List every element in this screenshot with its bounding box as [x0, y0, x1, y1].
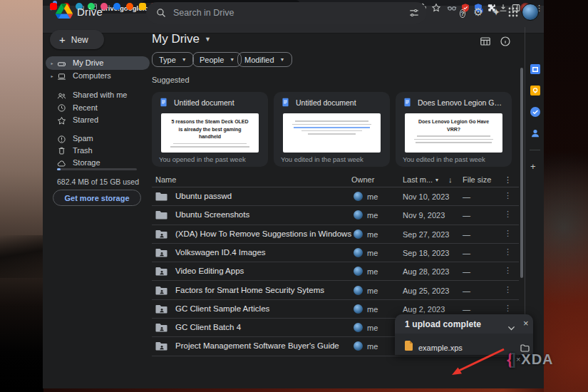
chevron-down-icon: ▼ — [205, 36, 211, 43]
file-row[interactable]: (XDA) How To Remove Suggestions in Windo… — [152, 225, 519, 244]
row-menu-icon[interactable]: ⋮ — [504, 304, 512, 313]
desktop-wallpaper-left — [0, 0, 43, 392]
sidebar-item-label: Computers — [73, 71, 111, 80]
sidebar-item-label: Recent — [73, 103, 98, 112]
sidebar-item-label: Spam — [73, 134, 93, 143]
uploaded-filename[interactable]: example.xps — [418, 344, 463, 352]
owner-avatar — [354, 210, 363, 220]
row-menu-icon[interactable]: ⋮ — [504, 247, 512, 257]
thumbnail-headline: Does Lenovo Legion Go Have VRR? — [413, 118, 494, 133]
bookmark-reddit-icon[interactable] — [126, 3, 133, 10]
sidebar-item-computers[interactable]: ▸Computers — [46, 69, 150, 83]
search-input[interactable] — [173, 8, 387, 18]
owner-name: me — [367, 342, 378, 351]
file-name: Ubuntu passwd — [175, 192, 232, 200]
sidebar-item-shared-with-me[interactable]: Shared with me — [46, 88, 150, 102]
expand-arrow-icon[interactable]: ▸ — [48, 73, 56, 78]
row-menu-icon[interactable]: ⋮ — [504, 210, 512, 219]
reading-mode-icon[interactable] — [447, 3, 457, 13]
search-bar[interactable] — [146, 2, 427, 24]
expand-arrow-icon[interactable]: ▸ — [48, 61, 56, 66]
filter-chip-type[interactable]: Type▼ — [152, 52, 194, 67]
sort-caret-icon[interactable]: ▾ — [435, 177, 438, 183]
get-addons-icon[interactable]: + — [530, 161, 536, 172]
filter-chip-people[interactable]: People▼ — [192, 52, 242, 67]
file-name: Factors for Smart Home Security Sytems — [175, 286, 324, 294]
clock-icon — [57, 103, 66, 112]
get-more-storage-button[interactable]: Get more storage — [53, 190, 141, 206]
file-size: — — [463, 192, 470, 201]
gemini-sparkle-icon[interactable]: ✦ — [490, 6, 502, 19]
suggested-card[interactable]: Untitled documentYou edited in the past … — [274, 92, 390, 167]
header-menu-icon[interactable]: ⋮ — [504, 175, 512, 185]
file-row[interactable]: Video Editing AppsmeAug 28, 2023—⋮ — [152, 262, 519, 281]
owner-avatar — [354, 248, 363, 257]
bookmark-chart-icon[interactable] — [139, 3, 146, 10]
col-owner[interactable]: Owner — [351, 175, 374, 184]
keep-icon[interactable] — [530, 86, 540, 96]
owner-name: me — [367, 211, 378, 220]
owner-name: me — [367, 230, 378, 239]
col-modified[interactable]: Last m... — [403, 175, 433, 184]
file-size: — — [463, 287, 470, 295]
thumbnail-headline: 5 reasons the Steam Deck OLED is already… — [170, 118, 250, 141]
grid-view-icon[interactable] — [480, 36, 491, 47]
suggested-card[interactable]: Does Lenovo Legion Go Have VRRDoes Lenov… — [396, 92, 512, 167]
row-menu-icon[interactable]: ⋮ — [504, 266, 512, 275]
apps-grid-icon[interactable] — [507, 6, 520, 19]
owner-avatar — [354, 304, 363, 314]
help-icon[interactable]: ? — [456, 6, 469, 19]
contacts-icon[interactable] — [530, 128, 540, 138]
col-size[interactable]: File size — [463, 175, 491, 184]
sidebar-item-starred[interactable]: Starred — [46, 113, 150, 127]
chip-label: Modified — [244, 56, 274, 64]
last-modified: Aug 28, 2023 — [403, 267, 449, 276]
owner-avatar — [354, 323, 363, 332]
file-name: (XDA) How To Remove Suggestions in Windo… — [175, 229, 362, 238]
calendar-icon[interactable] — [530, 64, 540, 74]
row-menu-icon[interactable]: ⋮ — [504, 229, 512, 238]
sidebar-item-my-drive[interactable]: ▸My Drive — [46, 56, 150, 70]
file-row[interactable]: Volkswagen ID.4 ImagesmeSep 18, 2023—⋮ — [152, 244, 519, 262]
row-menu-icon[interactable]: ⋮ — [504, 285, 512, 294]
scrollbar[interactable] — [520, 68, 523, 278]
xps-file-icon — [405, 341, 413, 351]
trash-icon — [57, 145, 66, 155]
col-name[interactable]: Name — [155, 175, 176, 184]
owner-name: me — [367, 249, 378, 257]
toast-collapse-icon[interactable] — [507, 321, 515, 326]
file-row[interactable]: Ubuntu ScreenshotsmeNov 9, 2023—⋮ — [152, 206, 519, 225]
sort-direction-icon[interactable]: ↓ — [448, 175, 453, 184]
panel-divider — [530, 150, 540, 150]
account-avatar[interactable] — [522, 4, 539, 21]
suggested-card[interactable]: Untitled document5 reasons the Steam Dec… — [152, 92, 268, 167]
sidebar-item-recent[interactable]: Recent — [46, 100, 150, 114]
show-in-folder-icon[interactable] — [520, 342, 530, 350]
file-row[interactable]: Ubuntu passwdmeNov 10, 2023—⋮ — [152, 187, 519, 206]
bookmark-star-icon[interactable] — [431, 3, 441, 13]
settings-gear-icon[interactable]: ⚙ — [472, 6, 485, 19]
new-button[interactable]: + New — [50, 30, 104, 49]
google-side-panel: + — [525, 27, 544, 355]
card-caption: You edited in the past week — [281, 155, 363, 163]
chevron-down-icon: ▼ — [182, 57, 187, 62]
watermark-bracket: ] — [511, 350, 516, 368]
card-thumbnail — [283, 113, 381, 153]
card-title: Untitled document — [174, 98, 234, 107]
owner-name: me — [367, 305, 378, 314]
tasks-icon[interactable] — [530, 107, 540, 117]
row-menu-icon[interactable]: ⋮ — [504, 191, 512, 200]
bookmark-facebook-icon[interactable] — [113, 3, 120, 10]
storage-progress — [57, 168, 137, 170]
file-row[interactable]: Factors for Smart Home Security Sytemsme… — [152, 282, 519, 300]
search-options-icon[interactable] — [409, 8, 419, 18]
shared-folder-icon — [155, 341, 167, 351]
info-icon[interactable] — [500, 36, 511, 47]
xda-watermark: { ] × XDA — [507, 350, 554, 368]
toast-close-icon[interactable]: × — [523, 318, 529, 329]
page-title[interactable]: My Drive▼ — [152, 32, 211, 46]
filter-chip-modified[interactable]: Modified▼ — [237, 52, 292, 67]
card-caption: You edited in the past week — [403, 155, 485, 163]
sidebar-item-storage[interactable]: Storage — [46, 156, 150, 170]
sidebar-item-trash[interactable]: Trash — [46, 143, 150, 157]
